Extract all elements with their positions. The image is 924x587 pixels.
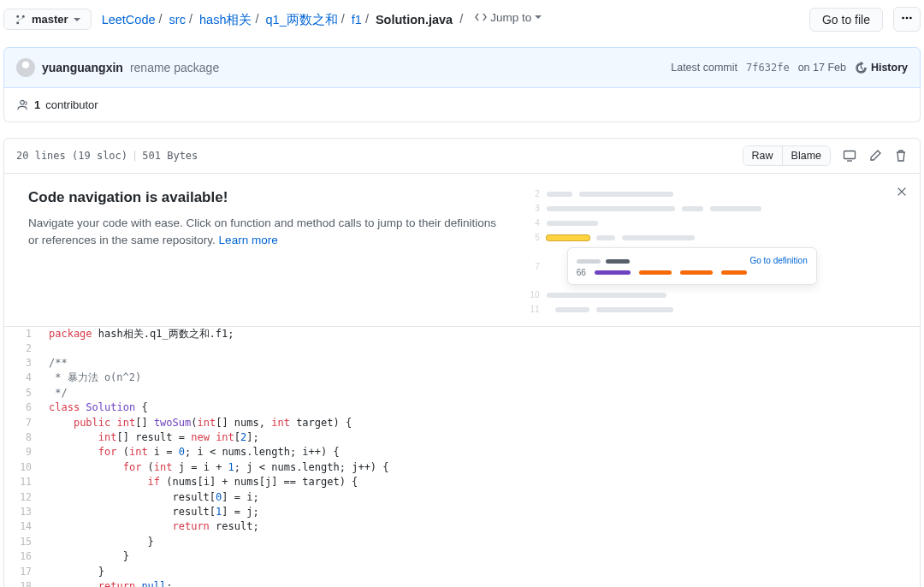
branch-select[interactable]: master xyxy=(3,9,92,30)
blame-button[interactable]: Blame xyxy=(782,146,830,165)
file-header-bar: master LeetCode/ src/ hash相关/ q1_两数之和/ f… xyxy=(3,0,921,39)
source-code: 1package hash相关.q1_两数之和.f1; 2 3/** 4 * 暴… xyxy=(4,327,920,587)
raw-blame-group: Raw Blame xyxy=(743,145,831,166)
line-number[interactable]: 16 xyxy=(4,549,40,564)
line-number[interactable]: 3 xyxy=(4,356,40,371)
commit-message[interactable]: rename package xyxy=(130,61,219,74)
jump-to-menu[interactable]: Jump to xyxy=(475,11,542,24)
line-number[interactable]: 8 xyxy=(4,430,40,445)
line-number[interactable]: 1 xyxy=(4,327,40,341)
learn-more-link[interactable]: Learn more xyxy=(219,234,278,246)
line-number[interactable]: 2 xyxy=(4,341,40,356)
caret-down-icon xyxy=(535,15,542,19)
file-box: 20 lines (19 sloc)|501 Bytes Raw Blame C… xyxy=(3,138,921,587)
delete-button[interactable] xyxy=(894,149,908,163)
breadcrumb-link[interactable]: q1_两数之和 xyxy=(266,12,338,26)
avatar[interactable] xyxy=(16,58,35,77)
line-number[interactable]: 9 xyxy=(4,445,40,460)
edit-button[interactable] xyxy=(868,149,882,163)
pencil-icon xyxy=(868,149,882,163)
latest-commit-label: Latest commit xyxy=(671,62,737,74)
breadcrumb: LeetCode/ src/ hash相关/ q1_两数之和/ f1/ Solu… xyxy=(102,11,799,28)
contributors-box: 1 contributor xyxy=(3,88,921,122)
file-toolbar: 20 lines (19 sloc)|501 Bytes Raw Blame xyxy=(4,139,920,174)
raw-button[interactable]: Raw xyxy=(743,146,782,165)
breadcrumb-link[interactable]: LeetCode xyxy=(102,12,156,26)
line-number[interactable]: 10 xyxy=(4,460,40,475)
line-number[interactable]: 6 xyxy=(4,400,40,415)
open-desktop-button[interactable] xyxy=(843,149,856,163)
trash-icon xyxy=(894,149,908,163)
code-icon xyxy=(475,11,487,23)
branch-name: master xyxy=(32,13,68,26)
svg-rect-3 xyxy=(844,151,856,159)
latest-commit-box: yuanguangxin rename package Latest commi… xyxy=(3,47,921,88)
promo-illustration: 2 3 4 5 7 Go to definition 66 xyxy=(526,189,817,319)
svg-point-1 xyxy=(906,17,909,20)
history-link[interactable]: History xyxy=(855,62,908,74)
go-to-file-button[interactable]: Go to file xyxy=(809,8,883,32)
line-number[interactable]: 18 xyxy=(4,579,40,587)
people-icon xyxy=(16,98,29,111)
go-to-definition-link[interactable]: Go to definition xyxy=(749,256,807,265)
breadcrumb-link[interactable]: hash相关 xyxy=(199,12,252,26)
close-promo-button[interactable] xyxy=(896,186,908,201)
line-number[interactable]: 12 xyxy=(4,490,40,505)
close-icon xyxy=(896,186,908,198)
more-options-button[interactable] xyxy=(893,7,921,32)
line-number[interactable]: 7 xyxy=(4,416,40,430)
line-number[interactable]: 17 xyxy=(4,565,40,579)
device-desktop-icon xyxy=(843,149,856,163)
svg-point-0 xyxy=(902,17,904,20)
contributor-label: contributor xyxy=(45,98,98,111)
code-nav-promo: Code navigation is available! Navigate y… xyxy=(4,174,920,327)
code-line: package hash相关.q1_两数之和.f1; xyxy=(40,327,920,341)
commit-sha[interactable]: 7f632fe xyxy=(746,62,790,74)
line-number[interactable]: 5 xyxy=(4,386,40,400)
breadcrumb-link[interactable]: src xyxy=(169,12,186,26)
file-info: 20 lines (19 sloc)|501 Bytes xyxy=(16,150,198,162)
breadcrumb-current: Solution.java xyxy=(376,12,453,26)
history-icon xyxy=(855,62,868,74)
git-branch-icon xyxy=(15,14,27,26)
line-number[interactable]: 4 xyxy=(4,371,40,385)
line-number[interactable]: 14 xyxy=(4,519,40,534)
line-number[interactable]: 11 xyxy=(4,475,40,489)
contributor-count: 1 xyxy=(34,98,40,111)
commit-date[interactable]: on 17 Feb xyxy=(798,62,846,74)
commit-author[interactable]: yuanguangxin xyxy=(42,61,123,74)
line-number[interactable]: 15 xyxy=(4,535,40,549)
breadcrumb-link[interactable]: f1 xyxy=(352,12,362,26)
caret-down-icon xyxy=(74,18,80,21)
svg-point-2 xyxy=(909,17,912,20)
promo-body: Navigate your code with ease. Click on f… xyxy=(28,215,506,250)
kebab-horizontal-icon xyxy=(901,12,913,24)
line-number[interactable]: 13 xyxy=(4,505,40,519)
promo-title: Code navigation is available! xyxy=(28,189,506,206)
